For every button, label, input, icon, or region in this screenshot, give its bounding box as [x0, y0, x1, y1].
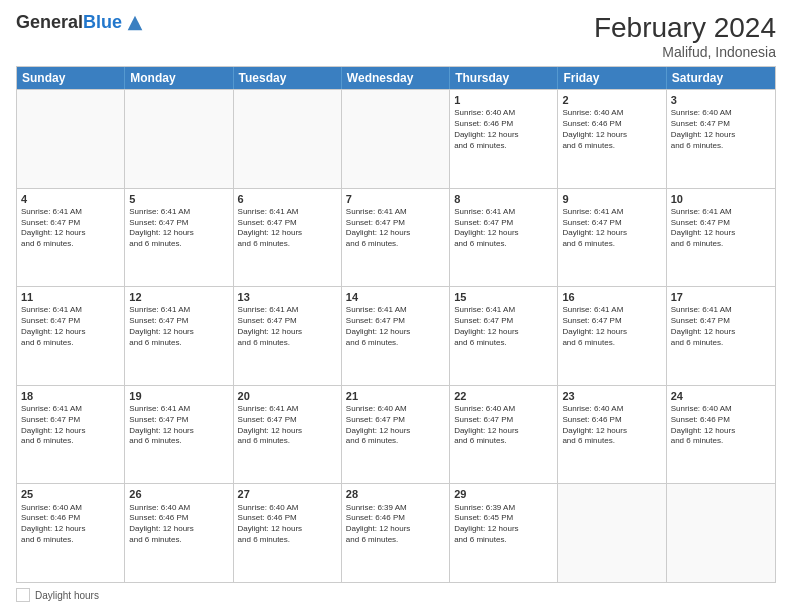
cell-day-number: 8 [454, 192, 553, 206]
cell-info: Sunrise: 6:41 AM Sunset: 6:47 PM Dayligh… [562, 305, 661, 348]
cell-info: Sunrise: 6:41 AM Sunset: 6:47 PM Dayligh… [671, 305, 771, 348]
table-row [234, 90, 342, 188]
footer-box [16, 588, 30, 602]
cell-day-number: 13 [238, 290, 337, 304]
table-row: 3Sunrise: 6:40 AM Sunset: 6:47 PM Daylig… [667, 90, 775, 188]
cell-day-number: 22 [454, 389, 553, 403]
cell-info: Sunrise: 6:41 AM Sunset: 6:47 PM Dayligh… [346, 305, 445, 348]
day-header-sunday: Sunday [17, 67, 125, 89]
table-row: 2Sunrise: 6:40 AM Sunset: 6:46 PM Daylig… [558, 90, 666, 188]
table-row: 25Sunrise: 6:40 AM Sunset: 6:46 PM Dayli… [17, 484, 125, 582]
cell-day-number: 28 [346, 487, 445, 501]
table-row: 19Sunrise: 6:41 AM Sunset: 6:47 PM Dayli… [125, 386, 233, 484]
cell-day-number: 15 [454, 290, 553, 304]
table-row: 26Sunrise: 6:40 AM Sunset: 6:46 PM Dayli… [125, 484, 233, 582]
table-row [667, 484, 775, 582]
cell-info: Sunrise: 6:41 AM Sunset: 6:47 PM Dayligh… [238, 404, 337, 447]
cell-info: Sunrise: 6:40 AM Sunset: 6:47 PM Dayligh… [671, 108, 771, 151]
cell-info: Sunrise: 6:41 AM Sunset: 6:47 PM Dayligh… [129, 207, 228, 250]
cell-info: Sunrise: 6:40 AM Sunset: 6:46 PM Dayligh… [562, 108, 661, 151]
table-row: 8Sunrise: 6:41 AM Sunset: 6:47 PM Daylig… [450, 189, 558, 287]
cell-info: Sunrise: 6:40 AM Sunset: 6:46 PM Dayligh… [562, 404, 661, 447]
table-row [125, 90, 233, 188]
table-row: 6Sunrise: 6:41 AM Sunset: 6:47 PM Daylig… [234, 189, 342, 287]
cell-info: Sunrise: 6:40 AM Sunset: 6:46 PM Dayligh… [671, 404, 771, 447]
cell-info: Sunrise: 6:41 AM Sunset: 6:47 PM Dayligh… [671, 207, 771, 250]
cell-day-number: 11 [21, 290, 120, 304]
cell-day-number: 16 [562, 290, 661, 304]
cell-info: Sunrise: 6:41 AM Sunset: 6:47 PM Dayligh… [21, 305, 120, 348]
cell-info: Sunrise: 6:41 AM Sunset: 6:47 PM Dayligh… [238, 305, 337, 348]
day-header-monday: Monday [125, 67, 233, 89]
cell-info: Sunrise: 6:41 AM Sunset: 6:47 PM Dayligh… [129, 404, 228, 447]
logo-icon [124, 12, 146, 34]
cell-day-number: 5 [129, 192, 228, 206]
cell-day-number: 27 [238, 487, 337, 501]
table-row: 13Sunrise: 6:41 AM Sunset: 6:47 PM Dayli… [234, 287, 342, 385]
cell-info: Sunrise: 6:39 AM Sunset: 6:46 PM Dayligh… [346, 503, 445, 546]
day-header-tuesday: Tuesday [234, 67, 342, 89]
table-row [342, 90, 450, 188]
cell-info: Sunrise: 6:41 AM Sunset: 6:47 PM Dayligh… [346, 207, 445, 250]
calendar-row-2: 4Sunrise: 6:41 AM Sunset: 6:47 PM Daylig… [17, 188, 775, 287]
cell-day-number: 17 [671, 290, 771, 304]
cell-info: Sunrise: 6:40 AM Sunset: 6:46 PM Dayligh… [129, 503, 228, 546]
cell-info: Sunrise: 6:40 AM Sunset: 6:46 PM Dayligh… [238, 503, 337, 546]
calendar-row-5: 25Sunrise: 6:40 AM Sunset: 6:46 PM Dayli… [17, 483, 775, 582]
cell-day-number: 10 [671, 192, 771, 206]
table-row: 12Sunrise: 6:41 AM Sunset: 6:47 PM Dayli… [125, 287, 233, 385]
cell-info: Sunrise: 6:41 AM Sunset: 6:47 PM Dayligh… [21, 404, 120, 447]
svg-marker-0 [128, 16, 143, 31]
calendar-body: 1Sunrise: 6:40 AM Sunset: 6:46 PM Daylig… [17, 89, 775, 582]
location: Malifud, Indonesia [594, 44, 776, 60]
cell-info: Sunrise: 6:40 AM Sunset: 6:46 PM Dayligh… [21, 503, 120, 546]
table-row: 17Sunrise: 6:41 AM Sunset: 6:47 PM Dayli… [667, 287, 775, 385]
cell-day-number: 29 [454, 487, 553, 501]
table-row: 29Sunrise: 6:39 AM Sunset: 6:45 PM Dayli… [450, 484, 558, 582]
cell-info: Sunrise: 6:41 AM Sunset: 6:47 PM Dayligh… [238, 207, 337, 250]
cell-day-number: 2 [562, 93, 661, 107]
cell-day-number: 9 [562, 192, 661, 206]
calendar-header: SundayMondayTuesdayWednesdayThursdayFrid… [17, 67, 775, 89]
cell-day-number: 25 [21, 487, 120, 501]
cell-info: Sunrise: 6:40 AM Sunset: 6:47 PM Dayligh… [454, 404, 553, 447]
table-row: 23Sunrise: 6:40 AM Sunset: 6:46 PM Dayli… [558, 386, 666, 484]
calendar-row-4: 18Sunrise: 6:41 AM Sunset: 6:47 PM Dayli… [17, 385, 775, 484]
cell-day-number: 26 [129, 487, 228, 501]
cell-info: Sunrise: 6:40 AM Sunset: 6:47 PM Dayligh… [346, 404, 445, 447]
cell-day-number: 21 [346, 389, 445, 403]
table-row: 28Sunrise: 6:39 AM Sunset: 6:46 PM Dayli… [342, 484, 450, 582]
table-row: 24Sunrise: 6:40 AM Sunset: 6:46 PM Dayli… [667, 386, 775, 484]
footer-label: Daylight hours [35, 590, 99, 601]
cell-day-number: 3 [671, 93, 771, 107]
cell-info: Sunrise: 6:41 AM Sunset: 6:47 PM Dayligh… [21, 207, 120, 250]
cell-day-number: 19 [129, 389, 228, 403]
cell-day-number: 6 [238, 192, 337, 206]
title-block: February 2024 Malifud, Indonesia [594, 12, 776, 60]
calendar-row-1: 1Sunrise: 6:40 AM Sunset: 6:46 PM Daylig… [17, 89, 775, 188]
day-header-wednesday: Wednesday [342, 67, 450, 89]
page: GeneralBlue February 2024 Malifud, Indon… [0, 0, 792, 612]
table-row: 22Sunrise: 6:40 AM Sunset: 6:47 PM Dayli… [450, 386, 558, 484]
table-row [17, 90, 125, 188]
cell-day-number: 1 [454, 93, 553, 107]
cell-day-number: 20 [238, 389, 337, 403]
calendar-row-3: 11Sunrise: 6:41 AM Sunset: 6:47 PM Dayli… [17, 286, 775, 385]
cell-day-number: 4 [21, 192, 120, 206]
table-row: 21Sunrise: 6:40 AM Sunset: 6:47 PM Dayli… [342, 386, 450, 484]
cell-day-number: 12 [129, 290, 228, 304]
cell-info: Sunrise: 6:40 AM Sunset: 6:46 PM Dayligh… [454, 108, 553, 151]
table-row: 14Sunrise: 6:41 AM Sunset: 6:47 PM Dayli… [342, 287, 450, 385]
logo-text: GeneralBlue [16, 13, 122, 33]
calendar: SundayMondayTuesdayWednesdayThursdayFrid… [16, 66, 776, 583]
footer: Daylight hours [16, 588, 776, 602]
logo-blue: Blue [83, 12, 122, 32]
table-row: 16Sunrise: 6:41 AM Sunset: 6:47 PM Dayli… [558, 287, 666, 385]
day-header-saturday: Saturday [667, 67, 775, 89]
table-row: 11Sunrise: 6:41 AM Sunset: 6:47 PM Dayli… [17, 287, 125, 385]
cell-info: Sunrise: 6:39 AM Sunset: 6:45 PM Dayligh… [454, 503, 553, 546]
cell-day-number: 23 [562, 389, 661, 403]
table-row: 9Sunrise: 6:41 AM Sunset: 6:47 PM Daylig… [558, 189, 666, 287]
cell-info: Sunrise: 6:41 AM Sunset: 6:47 PM Dayligh… [454, 305, 553, 348]
day-header-thursday: Thursday [450, 67, 558, 89]
